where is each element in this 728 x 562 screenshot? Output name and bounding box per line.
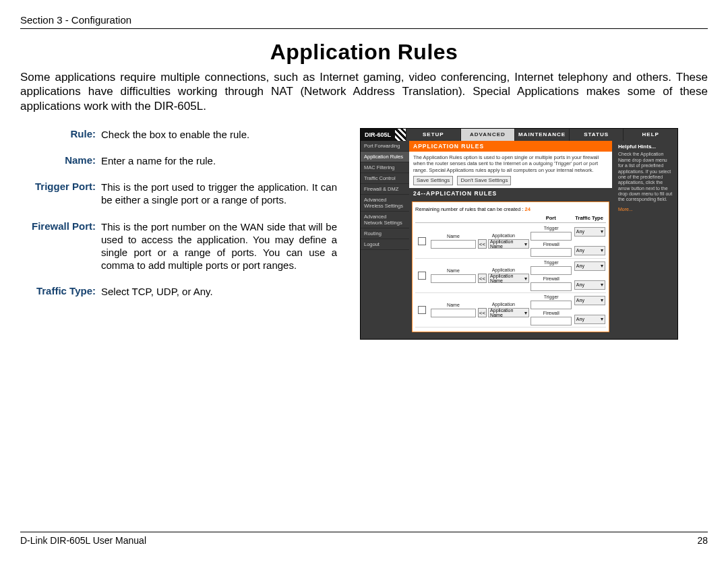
label-name: Name [447,268,460,273]
arrow-left-icon: << [479,310,485,316]
name-input[interactable] [431,309,476,317]
chevron-down-icon: ▾ [601,297,603,303]
col-port: Port [529,215,572,221]
rules-header: Port Traffic Type [415,215,606,223]
desc-name: Enter a name for the rule. [101,154,337,167]
chevron-down-icon: ▾ [601,247,603,253]
chevron-down-icon: ▾ [524,241,527,247]
traffic-select-trigger[interactable]: Any▾ [574,296,605,305]
sidebar-item-adv-network[interactable]: Advanced Network Settings [361,212,409,228]
sidebar-item-routing[interactable]: Routing [361,228,409,239]
sidebar-item-logout[interactable]: Logout [361,239,409,250]
application-select[interactable]: Application Name▾ [488,308,529,317]
traffic-select-trigger[interactable]: Any▾ [574,227,605,237]
term-firewall-port: Firewall Port: [20,220,96,272]
sidebar-item-traffic-control[interactable]: Traffic Control [361,173,409,184]
trigger-input[interactable] [530,232,572,241]
label-firewall: Firewall [543,242,559,247]
footer-rule [20,532,708,532]
traffic-select-firewall[interactable]: Any▾ [574,315,605,324]
label-name: Name [447,234,460,239]
section-header: Section 3 - Configuration [20,14,708,26]
helpful-hints: Helpful Hints... Check the Application N… [614,141,677,339]
footer-left: D-Link DIR-605L User Manual [20,535,146,546]
tab-help[interactable]: HELP [623,129,677,141]
firewall-input[interactable] [530,317,572,325]
traffic-select-firewall[interactable]: Any▾ [574,280,605,290]
page-title: Application Rules [20,40,708,65]
chevron-down-icon: ▾ [524,310,527,316]
tab-status[interactable]: STATUS [569,129,624,141]
desc-rule: Check the box to enable the rule. [101,128,337,141]
term-name: Name: [20,154,96,167]
tab-maintenance[interactable]: MAINTENANCE [514,129,569,141]
arrow-left-icon: << [479,241,485,247]
hints-title: Helpful Hints... [618,144,673,150]
sidebar-item-firewall-dmz[interactable]: Firewall & DMZ [361,184,409,195]
chevron-down-icon: ▾ [601,282,603,288]
copy-left-button[interactable]: << [478,239,487,249]
save-settings-button[interactable]: Save Settings [413,176,453,185]
section-bar-apprules: APPLICATION RULES [409,141,612,152]
copy-left-button[interactable]: << [478,274,487,283]
arrow-left-icon: << [479,276,485,282]
col-traffic-type: Traffic Type [572,215,606,221]
label-application: Application [492,302,515,307]
desc-firewall-port: This is the port number on the WAN side … [101,220,337,272]
term-rule: Rule: [20,128,96,141]
chevron-down-icon: ▾ [601,228,603,235]
trigger-input[interactable] [530,301,572,309]
label-application: Application [492,268,515,272]
rule-row: Name Application<<Application Name▾ Trig… [415,293,606,327]
section-bar-24rules: 24--APPLICATION RULES [409,188,612,199]
name-input[interactable] [431,240,476,249]
definitions: Rule: Check the box to enable the rule. … [20,128,337,340]
remaining-count: 24 [525,206,530,212]
label-firewall: Firewall [543,311,559,315]
copy-left-button[interactable]: << [478,308,487,317]
chevron-down-icon: ▾ [524,276,527,282]
sidebar-item-port-forwarding[interactable]: Port Forwarding [361,141,409,152]
hatch-decor [395,129,406,141]
sidebar-item-mac-filtering[interactable]: MAC Filtering [361,162,409,173]
label-trigger: Trigger [544,294,559,299]
rule-checkbox[interactable] [418,272,426,280]
label-trigger: Trigger [544,260,559,265]
rule-row: Name Application << Application Name▾ [415,224,606,259]
label-application: Application [492,233,515,238]
desc-traffic-type: Select TCP, UDP, or Any. [101,285,337,298]
trigger-input[interactable] [530,266,572,275]
header-rule [20,28,708,29]
label-trigger: Trigger [544,226,559,230]
firewall-input[interactable] [530,282,572,291]
intro-paragraph: Some applications require multiple conne… [20,70,708,113]
sidebar-item-adv-wireless[interactable]: Advanced Wireless Settings [361,195,409,212]
term-traffic-type: Traffic Type: [20,285,96,298]
router-screenshot: DIR-605L SETUP ADVANCED MAINTENANCE STAT… [360,128,678,340]
dont-save-settings-button[interactable]: Don't Save Settings [457,176,511,185]
tab-setup[interactable]: SETUP [406,129,460,141]
footer-page: 28 [697,535,708,546]
section-desc: The Application Rules option is used to … [409,152,612,188]
chevron-down-icon: ▾ [601,316,603,322]
hints-text: Check the Application Name drop down men… [618,152,673,203]
tab-advanced[interactable]: ADVANCED [460,129,515,141]
rule-checkbox[interactable] [418,237,426,245]
sidebar-item-application-rules[interactable]: Application Rules [361,152,409,162]
label-firewall: Firewall [543,276,559,281]
application-select[interactable]: Application Name▾ [488,274,529,283]
term-trigger-port: Trigger Port: [20,181,96,206]
firewall-input[interactable] [530,248,572,257]
traffic-select-trigger[interactable]: Any▾ [574,261,605,271]
sidebar: Port Forwarding Application Rules MAC Fi… [361,141,409,339]
name-input[interactable] [431,274,476,283]
chevron-down-icon: ▾ [601,263,603,269]
remaining-text: Remaining number of rules that can be cr… [415,206,606,212]
device-model: DIR-605L [361,129,395,141]
label-name: Name [447,303,460,307]
application-select[interactable]: Application Name▾ [488,239,529,249]
rule-checkbox[interactable] [418,306,426,314]
traffic-select-firewall[interactable]: Any▾ [574,246,605,255]
section-desc-text: The Application Rules option is used to … [413,154,599,173]
hints-more-link[interactable]: More... [618,207,633,212]
